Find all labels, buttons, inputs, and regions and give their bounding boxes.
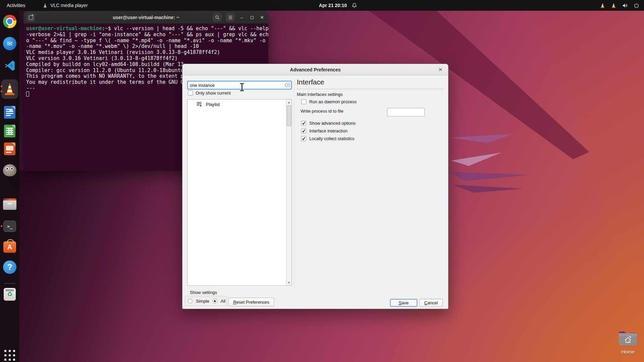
terminal-line: VLC version 3.0.16 Vetinari (3.0.13-8-g4… [26,56,266,62]
radio-all[interactable] [213,299,217,303]
system-tray[interactable] [600,0,639,11]
show-applications-icon [4,350,15,361]
mouse-cursor-ibeam [241,83,243,91]
dock-item-help[interactable]: ? [2,260,17,275]
show-settings-groupbox: Simple All [185,296,227,306]
playlist-icon [196,102,203,107]
terminal-line: -verbose 2>&1 | grep -i "one-instance" &… [26,32,266,38]
clear-search-icon[interactable] [284,82,290,87]
only-show-current-checkbox[interactable] [188,90,193,96]
wallpaper-shard [451,153,501,166]
dialog-titlebar[interactable]: Advanced Preferences ✕ [182,64,448,75]
terminal-menu-button[interactable] [226,13,235,22]
terminal-line: VLC media player 3.0.16 Vetinari (revisi… [26,50,266,56]
search-icon [215,15,220,20]
dock-item-terminal[interactable]: >_ [2,219,17,234]
maximize-icon [251,16,254,19]
vscode-icon [4,60,16,72]
terminal-line: o "---" && find ~ -type f \( -name "*.mp… [26,38,266,44]
dock-item-chrome[interactable] [2,14,17,29]
vlc-tray-icon-2[interactable] [611,2,616,8]
gimp-icon [3,164,16,176]
app-menu[interactable]: VLC media player [43,3,88,8]
terminal-titlebar[interactable]: user@user-virtual-machine: ~ – ✕ [23,11,268,24]
vlc-tray-icon[interactable] [600,2,605,8]
libreoffice-impress-icon [4,142,15,155]
home-desktop-icon[interactable]: Home [614,330,641,355]
radio-simple-label: Simple [196,299,209,304]
dock-divider [4,283,15,284]
heading-rule [297,89,444,89]
dock-item-gimp[interactable] [2,163,17,178]
scroll-up-button[interactable]: ▲ [286,100,291,105]
show-applications-button[interactable] [2,348,17,362]
preferences-tree[interactable]: Playlist ▲ ▼ [187,99,292,286]
volume-icon[interactable] [622,3,628,8]
locally-collect-statistics-checkbox[interactable] [301,136,306,141]
dock-item-vlc[interactable] [2,81,17,96]
tree-item-label: Playlist [206,102,220,107]
clock-area[interactable]: Apr 21 20:10 [319,0,357,11]
save-button[interactable]: Save [390,299,417,307]
cancel-button[interactable]: Cancel [419,299,443,307]
new-tab-icon [29,15,33,20]
wallpaper-shadow [0,170,193,362]
interface-interaction-checkbox[interactable] [301,128,306,133]
only-show-current-label: Only show current [196,90,231,96]
panel-subheading: Main interfaces settings [297,92,343,97]
run-as-daemon-checkbox[interactable] [301,99,306,104]
files-icon [3,198,16,210]
dialog-title: Advanced Preferences [290,67,341,72]
dock-item-trash[interactable]: ♻ [2,287,17,302]
pid-file-input[interactable] [387,108,425,116]
radio-all-label: All [221,299,225,304]
dock-item-thunderbird[interactable]: ✉ [2,36,17,51]
interface-interaction-label: Interface interaction [309,128,347,133]
app-menu-label: VLC media player [50,3,88,8]
maximize-button[interactable] [249,15,255,20]
power-icon[interactable] [634,3,639,8]
activities-button[interactable]: Activities [5,3,26,8]
terminal-line: -name "*.mov" -o -name "*.webm" \) 2>/de… [26,44,266,50]
advanced-preferences-dialog: Advanced Preferences ✕ Only show current… [182,64,448,309]
check-icon [302,121,306,125]
vlc-icon [3,82,17,96]
radio-simple[interactable] [188,299,193,303]
chrome-icon [3,15,16,28]
vlc-cone-icon [43,3,48,8]
prompt-path: ~ [105,25,108,32]
trash-icon: ♻ [4,288,16,301]
home-folder-icon [618,330,638,346]
close-button[interactable]: ✕ [259,15,265,20]
terminal-command: vlc --version | head -5 && echo "---" &&… [114,25,268,32]
new-tab-button[interactable] [26,13,35,22]
panel-splitter[interactable] [294,81,294,288]
wallpaper-shard [453,183,523,193]
dock-item-files[interactable] [2,197,17,212]
reset-preferences-button[interactable]: Reset Preferences [228,298,274,306]
dock-item-software[interactable]: A [2,240,17,254]
dock-item-lo-calc[interactable] [2,124,17,138]
prompt-user: user@user-virtual-machine [26,25,102,32]
run-as-daemon-label: Run as daemon process [309,99,357,104]
libreoffice-calc-icon [4,125,15,137]
tree-scrollbar[interactable]: ▲ ▼ [286,100,291,285]
tree-item-playlist[interactable]: Playlist [196,102,220,107]
notification-bell-icon [352,3,357,8]
dock-item-lo-impress[interactable] [2,141,17,156]
clock-label: Apr 21 20:10 [319,3,347,8]
dialog-close-button[interactable]: ✕ [436,65,445,74]
scroll-down-button[interactable]: ▼ [286,280,291,285]
terminal-icon: >_ [3,221,16,232]
minimize-button[interactable]: – [239,15,245,20]
show-advanced-options-checkbox[interactable] [301,121,306,126]
dock-item-vscode[interactable] [2,58,17,73]
locally-collect-statistics-label: Locally collect statistics [309,136,354,141]
top-bar: Activities VLC media player Apr 21 20:10 [0,0,644,11]
dock-item-lo-writer[interactable] [2,105,17,120]
terminal-search-button[interactable] [213,13,222,22]
dock: ✉ [0,11,19,362]
scrollbar-thumb[interactable] [287,105,291,126]
preferences-search-input[interactable] [187,81,292,89]
terminal-cursor [26,92,29,97]
